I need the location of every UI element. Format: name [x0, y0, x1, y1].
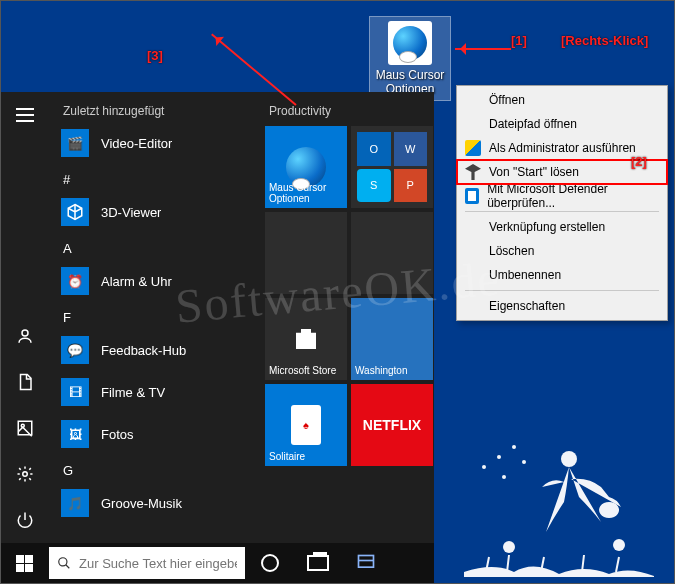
film-icon: 🎞	[61, 378, 89, 406]
ctx-open[interactable]: Öffnen	[457, 88, 667, 112]
annotation-arrow-1	[455, 48, 511, 50]
rail-expand-button[interactable]	[1, 92, 49, 138]
svg-point-8	[482, 465, 486, 469]
cortana-icon	[261, 554, 279, 572]
globe-icon	[393, 26, 427, 60]
video-editor-icon: 🎬	[61, 129, 89, 157]
start-button[interactable]	[1, 543, 47, 583]
ctx-properties[interactable]: Eigenschaften	[457, 294, 667, 318]
blank-icon	[465, 298, 481, 314]
app-feedback[interactable]: 💬Feedback-Hub	[49, 329, 259, 371]
ctx-open-path[interactable]: Dateipfad öffnen	[457, 112, 667, 136]
app-3d-viewer[interactable]: 3D-Viewer	[49, 191, 259, 233]
start-tile-area: Productivity Maus CursorOptionen O W S P…	[259, 92, 434, 543]
start-menu: Zuletzt hinzugefügt 🎬Video-Editor # 3D-V…	[1, 92, 434, 543]
svg-point-0	[22, 330, 28, 336]
rail-power-button[interactable]	[1, 497, 49, 543]
windows-logo-icon	[16, 555, 33, 572]
tile-app-dark[interactable]	[265, 212, 347, 294]
outlook-icon: O	[357, 132, 391, 166]
ctx-defender-scan[interactable]: Mit Microsoft Defender überprüfen...	[457, 184, 667, 208]
hamburger-icon	[16, 114, 34, 116]
start-rail	[1, 92, 49, 543]
tile-netflix[interactable]: NETFLIX	[351, 384, 433, 466]
feedback-icon: 💬	[61, 336, 89, 364]
globe-icon	[286, 147, 326, 187]
tile-microsoft-store[interactable]: Microsoft Store	[265, 298, 347, 380]
decorative-silhouette	[454, 407, 664, 577]
ctx-create-shortcut[interactable]: Verknüpfung erstellen	[457, 215, 667, 239]
start-app-list: Zuletzt hinzugefügt 🎬Video-Editor # 3D-V…	[49, 92, 259, 543]
app-fotos[interactable]: 🖼Fotos	[49, 413, 259, 455]
app-list-letter[interactable]: F	[49, 302, 259, 329]
tile-group-header[interactable]: Productivity	[265, 100, 428, 126]
app-groove[interactable]: 🎵Groove-Musik	[49, 482, 259, 524]
app-list-letter[interactable]: A	[49, 233, 259, 260]
app-alarm[interactable]: ⏰Alarm & Uhr	[49, 260, 259, 302]
blank-icon	[465, 267, 481, 283]
annotation-1: [1]	[511, 33, 527, 48]
context-menu: Öffnen Dateipfad öffnen Als Administrato…	[456, 85, 668, 321]
netflix-logo: NETFLIX	[363, 417, 421, 433]
document-icon	[16, 373, 34, 391]
store-icon	[291, 324, 321, 354]
pictures-icon	[16, 419, 34, 437]
powerpoint-icon: P	[394, 169, 428, 203]
task-view-button[interactable]	[295, 543, 341, 583]
search-icon	[57, 555, 71, 571]
blank-icon	[465, 116, 481, 132]
card-icon: ♠	[291, 405, 321, 445]
tile-maus-cursor-optionen[interactable]: Maus CursorOptionen	[265, 126, 347, 208]
defender-shield-icon	[465, 188, 479, 204]
search-input[interactable]	[79, 556, 237, 571]
cortana-button[interactable]	[247, 543, 293, 583]
user-icon	[16, 327, 34, 345]
desktop-shortcut-icon	[388, 21, 432, 65]
rail-documents-button[interactable]	[1, 359, 49, 405]
svg-point-11	[502, 475, 506, 479]
ctx-delete[interactable]: Löschen	[457, 239, 667, 263]
app-list-letter[interactable]: #	[49, 164, 259, 191]
app-list-recent-header: Zuletzt hinzugefügt	[49, 96, 259, 122]
svg-point-7	[613, 539, 625, 551]
photos-icon: 🖼	[61, 420, 89, 448]
svg-point-12	[522, 460, 526, 464]
clock-icon: ⏰	[61, 267, 89, 295]
svg-point-4	[59, 558, 67, 566]
app-filme-tv[interactable]: 🎞Filme & TV	[49, 371, 259, 413]
desktop-shortcut-maus-cursor[interactable]: Maus Cursor Optionen	[369, 16, 451, 101]
taskbar-app[interactable]	[343, 543, 389, 583]
svg-point-10	[512, 445, 516, 449]
taskbar	[1, 543, 434, 583]
svg-point-3	[23, 472, 28, 477]
app-video-editor[interactable]: 🎬Video-Editor	[49, 122, 259, 164]
rail-user-button[interactable]	[1, 313, 49, 359]
word-icon: W	[394, 132, 428, 166]
admin-shield-icon	[465, 140, 481, 156]
taskbar-search[interactable]	[49, 547, 245, 579]
tile-office-apps[interactable]: O W S P	[351, 126, 433, 208]
ctx-rename[interactable]: Umbenennen	[457, 263, 667, 287]
unpin-icon	[465, 164, 481, 180]
svg-point-6	[503, 541, 515, 553]
ctx-separator	[465, 211, 659, 212]
cube-icon	[61, 198, 89, 226]
blank-icon	[465, 219, 481, 235]
svg-point-13	[561, 451, 577, 467]
rail-pictures-button[interactable]	[1, 405, 49, 451]
tile-solitaire[interactable]: ♠Solitaire	[265, 384, 347, 466]
svg-rect-1	[18, 421, 32, 435]
tile-news-washington[interactable]: Washington	[351, 298, 433, 380]
skype-icon: S	[357, 169, 391, 203]
blank-icon	[465, 92, 481, 108]
tile-weather[interactable]	[351, 212, 433, 294]
blank-icon	[465, 243, 481, 259]
app-list-letter[interactable]: G	[49, 455, 259, 482]
ctx-run-admin[interactable]: Als Administrator ausführen	[457, 136, 667, 160]
annotation-3: [3]	[147, 48, 163, 63]
taskview-icon	[307, 555, 329, 571]
rail-settings-button[interactable]	[1, 451, 49, 497]
annotation-1-label: [Rechts-Klick]	[561, 33, 648, 48]
ctx-separator	[465, 290, 659, 291]
ctx-unpin-from-start[interactable]: Von "Start" lösen	[457, 160, 667, 184]
